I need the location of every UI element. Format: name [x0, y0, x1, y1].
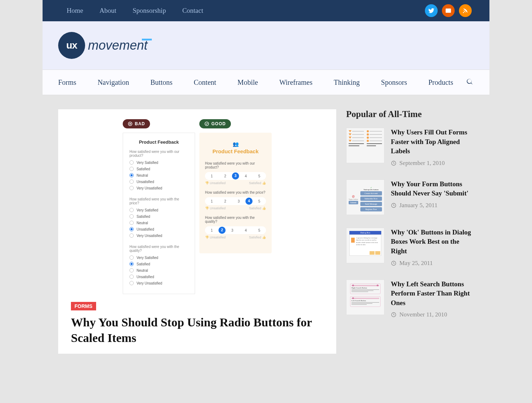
- popular-item[interactable]: Dialog Box A generic dialog box message …: [346, 228, 474, 267]
- radio-icon: [129, 167, 134, 171]
- scale-option[interactable]: 3: [226, 228, 239, 232]
- scale-option[interactable]: 4: [239, 228, 253, 232]
- scale-option[interactable]: 3: [232, 199, 245, 203]
- scale-option[interactable]: 1: [205, 228, 218, 232]
- mail-icon[interactable]: [442, 4, 455, 17]
- scale-option[interactable]: 1: [205, 174, 218, 178]
- radio-icon: [129, 214, 134, 219]
- popular-item[interactable]: Why Users Fill Out Forms Faster with Top…: [346, 128, 474, 167]
- radio-icon: [129, 160, 134, 165]
- good-card: 👥 Product Feedback How satisfied were yo…: [199, 133, 272, 253]
- radio-option[interactable]: Unsatisfied: [129, 180, 188, 184]
- cat-sponsors[interactable]: Sponsors: [381, 78, 407, 87]
- logo-badge: ux: [58, 32, 85, 59]
- popular-item[interactable]: Right Search Button Left Search Button W…: [346, 280, 474, 319]
- rss-icon[interactable]: [459, 4, 472, 17]
- radio-icon: [129, 227, 134, 231]
- scale-option[interactable]: 2: [218, 199, 232, 203]
- popular-date: September 1, 2010: [391, 160, 474, 167]
- popular-date: May 25, 2011: [391, 260, 474, 267]
- radio-label: Very Satisfied: [137, 256, 158, 260]
- popular-thumb: Dialog Box A generic dialog box message …: [346, 228, 384, 263]
- radio-option[interactable]: Satisfied: [129, 262, 188, 266]
- logo-area: ux movement: [43, 21, 489, 70]
- popular-item[interactable]: ⊘Vague buttonSubmit ✓Task-specific butto…: [346, 180, 474, 215]
- radio-option[interactable]: Very Satisfied: [129, 208, 188, 212]
- nav-sponsorship[interactable]: Sponsorship: [133, 7, 166, 15]
- radio-option[interactable]: Neutral: [129, 221, 188, 225]
- number-scale[interactable]: 12345: [205, 226, 266, 234]
- cat-forms[interactable]: Forms: [58, 78, 76, 87]
- radio-icon: [129, 262, 134, 266]
- bad-card: Product Feedback How satisfied were you …: [123, 133, 195, 294]
- radio-label: Neutral: [137, 221, 148, 225]
- cat-wireframes[interactable]: Wireframes: [279, 78, 312, 87]
- top-bar: Home About Sponsorship Contact: [43, 0, 489, 21]
- scale-option[interactable]: 4: [239, 174, 253, 178]
- survey-question: How satisfied were you with our product?: [205, 161, 266, 169]
- radio-icon: [129, 268, 134, 272]
- popular-title: Why Users Fill Out Forms Faster with Top…: [391, 128, 474, 156]
- scale-labels: UnsatisfiedSatisfied: [205, 236, 266, 239]
- survey-question: How satisfied were you with the price?: [129, 197, 188, 205]
- scale-option[interactable]: 1: [205, 199, 218, 203]
- category-nav: Forms Navigation Buttons Content Mobile …: [58, 78, 459, 87]
- good-panel: GOOD 👥 Product Feedback How satisfied we…: [199, 119, 272, 294]
- cat-products[interactable]: Products: [428, 78, 453, 87]
- scale-option[interactable]: 5: [253, 199, 266, 203]
- cat-buttons[interactable]: Buttons: [150, 78, 172, 87]
- cat-navigation[interactable]: Navigation: [98, 78, 129, 87]
- scale-option[interactable]: 2: [218, 174, 232, 178]
- radio-option[interactable]: Satisfied: [129, 214, 188, 219]
- scale-option[interactable]: 4: [245, 198, 253, 205]
- popular-thumb: Right Search Button Left Search Button: [346, 280, 384, 315]
- number-scale[interactable]: 12345: [205, 172, 266, 180]
- bad-title: Product Feedback: [129, 139, 188, 145]
- good-title: Product Feedback: [205, 148, 266, 154]
- radio-icon: [129, 208, 134, 212]
- cat-thinking[interactable]: Thinking: [334, 78, 360, 87]
- sidebar-heading: Popular of All-Time: [346, 109, 474, 119]
- radio-option[interactable]: Very Unsatisfied: [129, 186, 188, 190]
- radio-option[interactable]: Very Satisfied: [129, 160, 188, 165]
- nav-about[interactable]: About: [99, 7, 116, 15]
- scale-option[interactable]: 3: [232, 172, 239, 180]
- radio-icon: [129, 281, 134, 285]
- cat-content[interactable]: Content: [194, 78, 216, 87]
- radio-option[interactable]: Neutral: [129, 173, 188, 177]
- article-title: Why You Should Stop Using Radio Buttons …: [71, 315, 323, 346]
- logo-wordmark: movement: [88, 38, 148, 53]
- scale-option[interactable]: 5: [253, 174, 266, 178]
- nav-home[interactable]: Home: [67, 7, 83, 15]
- search-icon[interactable]: [466, 78, 474, 87]
- survey-question: How satisfied were you with the quality?: [205, 216, 266, 223]
- radio-option[interactable]: Neutral: [129, 268, 188, 272]
- radio-option[interactable]: Satisfied: [129, 167, 188, 171]
- bad-badge: BAD: [123, 119, 150, 128]
- survey-question: How satisfied were you with the price?: [205, 191, 266, 194]
- svg-point-0: [463, 12, 464, 13]
- number-scale[interactable]: 12345: [205, 197, 266, 205]
- good-badge: GOOD: [199, 119, 231, 128]
- radio-option[interactable]: Unsatisfied: [129, 227, 188, 231]
- radio-option[interactable]: Very Unsatisfied: [129, 281, 188, 285]
- radio-icon: [129, 275, 134, 279]
- site-logo[interactable]: ux movement: [58, 32, 474, 59]
- cat-mobile[interactable]: Mobile: [238, 78, 258, 87]
- radio-option[interactable]: Very Satisfied: [129, 255, 188, 260]
- popular-title: Why Left Search Buttons Perform Faster T…: [391, 280, 474, 308]
- bad-panel: BAD Product Feedback How satisfied were …: [123, 119, 195, 294]
- twitter-icon[interactable]: [425, 4, 438, 17]
- nav-contact[interactable]: Contact: [182, 7, 203, 15]
- radio-option[interactable]: Very Unsatisfied: [129, 233, 188, 238]
- feedback-icon: 👥: [205, 141, 266, 147]
- social-links: [425, 4, 472, 17]
- category-tag[interactable]: FORMS: [71, 302, 96, 310]
- radio-icon: [129, 186, 134, 190]
- scale-option[interactable]: 5: [253, 228, 266, 232]
- radio-icon: [129, 233, 134, 238]
- survey-question: How satisfied were you with our product?: [129, 150, 188, 158]
- radio-option[interactable]: Unsatisfied: [129, 275, 188, 279]
- popular-thumb: [346, 128, 384, 163]
- scale-option[interactable]: 2: [218, 227, 226, 234]
